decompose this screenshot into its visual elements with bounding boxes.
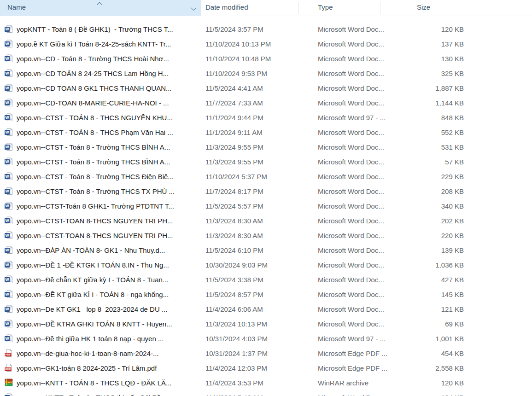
file-row[interactable]: Wyopo.vn--CTST-TOAN 8-THCS NGUYEN TRI PH… bbox=[0, 228, 532, 243]
file-type: Microsoft Word Doc... bbox=[318, 320, 384, 328]
file-type: Microsoft Word Doc... bbox=[318, 232, 384, 239]
file-row[interactable]: yopo.vn--KNTT - TOÁN 8 - THCS LQĐ - ĐĂK … bbox=[0, 375, 532, 390]
file-row[interactable]: Wyopo.vn--Đề thi giữa HK 1 toán 8 nạp - … bbox=[0, 331, 532, 346]
word-file-icon: W bbox=[5, 290, 13, 298]
pdf-file-icon: PDF bbox=[5, 349, 13, 357]
word-file-icon: W bbox=[5, 275, 13, 284]
file-type: Microsoft Word Doc... bbox=[318, 99, 384, 107]
file-date-modified: 11/10/2024 9:53 PM bbox=[205, 70, 267, 77]
file-row[interactable]: Wyopo.vn--ĐỀ KT giữa KÌ I - TOÁN 8 - nga… bbox=[0, 287, 532, 302]
word-file-icon: W bbox=[5, 261, 13, 269]
file-type: Microsoft Edge PDF ... bbox=[318, 364, 387, 372]
file-name: yopo.vn--CD - Toán 8 - Trường THCS Hoài … bbox=[17, 55, 169, 63]
word-badge-glyph: W bbox=[5, 277, 9, 282]
word-file-icon: W bbox=[5, 334, 13, 343]
file-name: yopo.vn--CTST-TOAN 8-THCS NGUYEN TRI PH.… bbox=[17, 217, 173, 225]
file-row[interactable]: Wyopo.vn--De KT GK1 lop 8 2023-2024 de D… bbox=[0, 302, 532, 316]
file-date-modified: 11/3/2024 8:30 AM bbox=[205, 232, 263, 239]
file-type: Microsoft Word Doc... bbox=[318, 217, 384, 225]
column-header-date-modified[interactable]: Date modified bbox=[205, 3, 248, 11]
file-row[interactable]: Wyopo.vn--CD - Toán 8 - Trường THCS Hoài… bbox=[0, 51, 532, 66]
file-date-modified: 11/5/2024 3:57 PM bbox=[205, 25, 263, 33]
file-row[interactable]: Wyopo.vn--ĐỀ 1 -ĐỀ KTGK I TOÁN 8.IN - Th… bbox=[0, 257, 532, 272]
file-name: yopo.vn--CD-TOAN 8-MARIE-CURIE-HA-NOI - … bbox=[17, 99, 169, 107]
file-row[interactable]: WyopKNTT - Toán 8 ( Đề GHK1) - Trường TH… bbox=[0, 22, 532, 36]
word-badge-glyph: W bbox=[5, 71, 9, 76]
rar-file-icon bbox=[5, 379, 13, 387]
file-row[interactable]: Wyopo.vn--CD-TOAN 8-MARIE-CURIE-HA-NOI -… bbox=[0, 95, 532, 110]
word-badge-glyph: W bbox=[5, 115, 9, 120]
file-type: Microsoft Word Doc... bbox=[318, 261, 384, 269]
word-file-icon: W bbox=[5, 99, 13, 107]
word-file-icon: W bbox=[5, 393, 13, 396]
word-badge-glyph: W bbox=[5, 145, 9, 149]
file-row[interactable]: Wyopo.ề KT Giữa kì I Toán 8-24-25-sách K… bbox=[0, 36, 532, 51]
column-divider[interactable] bbox=[298, 2, 299, 14]
file-size: 1,887 KB bbox=[396, 84, 464, 92]
column-header-type[interactable]: Type bbox=[318, 3, 333, 11]
file-row[interactable]: Wyopo.vn--Đề chẵn KT giữa kỳ I - TOÁN 8 … bbox=[0, 272, 532, 287]
file-size: 57 KB bbox=[396, 158, 464, 166]
file-row[interactable]: Wyopo.vn--CD TOÁN 8 24-25 THCS Lam Hồng … bbox=[0, 66, 532, 81]
file-row[interactable]: Wyopo.vn--CTST-Toán 8 GHK1- Trường PTDTN… bbox=[0, 198, 532, 213]
file-type: Microsoft Word Doc... bbox=[318, 55, 384, 63]
file-row[interactable]: Wyopo.vn--CTST - Toán 8 - Trường THCS BÌ… bbox=[0, 154, 532, 169]
file-date-modified: 11/3/2024 9:55 PM bbox=[205, 143, 263, 151]
file-type: Microsoft Word Doc... bbox=[318, 158, 384, 166]
file-type: Microsoft Word Doc... bbox=[318, 187, 384, 195]
file-date-modified: 10/30/2024 9:03 PM bbox=[205, 261, 268, 269]
file-name: yopo.vn--CD TOÁN 8 24-25 THCS Lam Hồng H… bbox=[17, 70, 169, 77]
file-row[interactable]: PDFyopo.vn--de-giua-hoc-ki-1-toan-8-nam-… bbox=[0, 346, 532, 361]
word-badge-glyph: W bbox=[5, 86, 9, 90]
file-row[interactable]: PDFyopo.vn--GK1-toán 8 2024-2025 - Trí L… bbox=[0, 361, 532, 375]
file-row[interactable]: Wyopo.vn--ĐỀ KTRA GHKI TOÁN 8 KNTT - Huy… bbox=[0, 316, 532, 331]
file-type: Microsoft Word Doc... bbox=[318, 84, 384, 92]
word-file-icon: W bbox=[5, 54, 13, 63]
column-headers: Name Date modified Type Size bbox=[0, 0, 532, 16]
word-file-icon: W bbox=[5, 231, 13, 239]
word-badge-glyph: W bbox=[5, 159, 9, 164]
file-name: yopo.vn--CTST-TOAN 8-THCS NGUYEN TRI PH.… bbox=[17, 232, 173, 239]
file-size: 325 KB bbox=[396, 70, 464, 77]
file-name: yopo.vn--ĐỀ KT giữa KÌ I - TOÁN 8 - nga … bbox=[17, 291, 169, 298]
word-file-icon: W bbox=[5, 157, 13, 166]
word-file-icon: W bbox=[5, 187, 13, 195]
column-header-size[interactable]: Size bbox=[417, 3, 430, 11]
file-name: yopo.vn--ĐỀ KTRA GHKI TOÁN 8 KNTT - Huye… bbox=[17, 320, 172, 328]
file-size: 121 KB bbox=[396, 305, 464, 313]
file-row[interactable]: Wyopo.vn--CTST - TOÁN 8 - THCS NGUYỄN KH… bbox=[0, 110, 532, 125]
chevron-down-icon[interactable] bbox=[191, 5, 197, 12]
file-date-modified: 10/31/2024 1:37 PM bbox=[205, 349, 268, 357]
file-row[interactable]: Wyopo.vn--KNTT - Toán 8 - THCS thị trấn … bbox=[0, 390, 532, 396]
file-name: yopo.vn--GK1-toán 8 2024-2025 - Trí Lâm.… bbox=[17, 364, 157, 372]
file-row[interactable]: Wyopo.vn--CTST - Toán 8 - Trường THCS BÌ… bbox=[0, 140, 532, 154]
file-name: yopo.vn--KNTT - TOÁN 8 - THCS LQĐ - ĐĂK … bbox=[17, 379, 171, 387]
word-badge-glyph: W bbox=[5, 56, 9, 61]
file-row[interactable]: Wyopo.vn--CTST-TOAN 8-THCS NGUYEN TRI PH… bbox=[0, 213, 532, 228]
word-badge-glyph: W bbox=[5, 100, 9, 105]
file-type: Microsoft Word Doc... bbox=[318, 40, 384, 48]
sort-ascending-icon bbox=[97, 0, 102, 6]
file-date-modified: 11/4/2024 6:06 AM bbox=[205, 305, 263, 313]
file-size: 202 KB bbox=[396, 217, 464, 225]
file-name: yopo.vn--CTST - Toán 8 - Trường THCS BÌN… bbox=[17, 143, 170, 151]
column-header-name[interactable]: Name bbox=[0, 0, 201, 16]
file-size: 120 KB bbox=[396, 379, 464, 387]
file-type: Microsoft Word 97 - ... bbox=[318, 335, 386, 343]
file-date-modified: 11/4/2024 3:53 PM bbox=[205, 379, 263, 387]
pdf-file-icon: PDF bbox=[5, 364, 13, 372]
file-row[interactable]: Wyopo.vn--CD TOAN 8 GK1 THCS THANH QUAN.… bbox=[0, 81, 532, 95]
file-row[interactable]: Wyopo.vn--CTST - TOÁN 8 - THCS Phạm Văn … bbox=[0, 125, 532, 140]
file-row[interactable]: Wyopo.vn--CTST - Toán 8 - Trường THCS TX… bbox=[0, 184, 532, 198]
word-file-icon: W bbox=[5, 40, 13, 48]
file-size: 139 KB bbox=[396, 246, 464, 254]
file-name: yopo.vn--ĐỀ 1 -ĐỀ KTGK I TOÁN 8.IN - Thu… bbox=[17, 261, 169, 269]
word-badge-glyph: W bbox=[5, 218, 9, 223]
file-date-modified: 11/3/2024 10:13 PM bbox=[205, 320, 267, 328]
column-divider[interactable] bbox=[380, 2, 380, 14]
word-file-icon: W bbox=[5, 216, 13, 225]
word-badge-glyph: W bbox=[5, 336, 9, 341]
file-name: yopo.vn--CTST - Toán 8 - Trường THCS TX … bbox=[17, 187, 175, 195]
file-row[interactable]: Wyopo.vn--ĐÁP ÁN -TOÁN 8- GK1 - Nhu Thuy… bbox=[0, 243, 532, 257]
file-row[interactable]: Wyopo.vn--CTST - Toán 8 - Trường THCS Đi… bbox=[0, 169, 532, 184]
